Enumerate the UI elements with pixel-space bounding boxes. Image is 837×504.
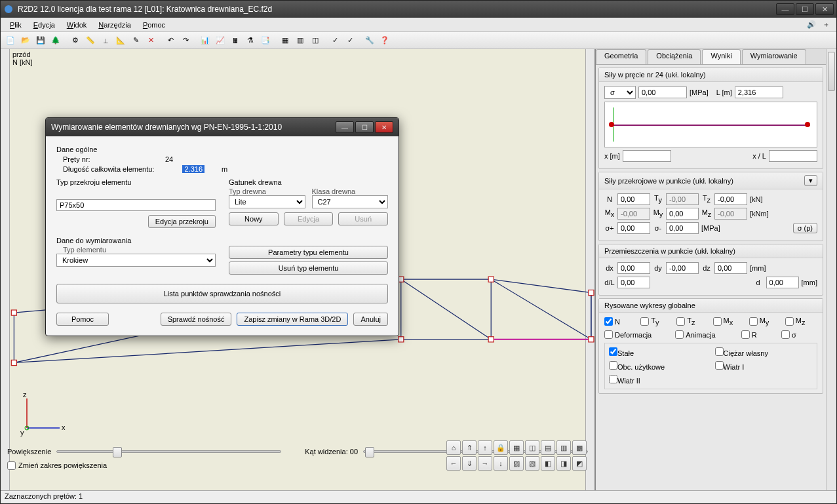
chk-wiatr2[interactable] <box>609 375 617 383</box>
edycja-przekroju-button[interactable]: Edycja przekroju <box>148 215 216 228</box>
xL-input[interactable] <box>769 150 817 162</box>
nav-v10-icon[interactable]: ◩ <box>572 456 587 471</box>
minimize-button[interactable]: — <box>776 3 794 15</box>
zoom-range-checkbox[interactable] <box>7 461 16 470</box>
menu-tool-sound-icon[interactable]: 🔊 <box>805 19 818 31</box>
section-expand-icon[interactable]: ▾ <box>804 175 817 186</box>
close-button[interactable]: ✕ <box>815 3 834 15</box>
tb-calc4-icon[interactable]: ⚗ <box>243 33 258 48</box>
przekroj-input[interactable] <box>56 199 216 211</box>
tb-calc1-icon[interactable]: 📊 <box>198 33 212 48</box>
pomoc-button[interactable]: Pomoc <box>56 313 109 326</box>
tb-check2-icon[interactable]: ✓ <box>343 33 357 48</box>
tb-grid-icon[interactable]: ▦ <box>278 33 292 48</box>
nav-down2-icon[interactable]: ⇓ <box>462 456 477 471</box>
tb-support-icon[interactable]: ⟂ <box>98 33 113 48</box>
chk-Mx[interactable] <box>713 317 722 326</box>
nav-right-icon[interactable]: → <box>478 456 492 471</box>
chk-anim[interactable] <box>675 330 684 339</box>
menu-widok[interactable]: Widok <box>62 20 92 30</box>
nav-v2-icon[interactable]: ◫ <box>525 440 539 455</box>
sigmap-input[interactable] <box>617 222 650 234</box>
tb-report-icon[interactable]: 📑 <box>258 33 273 48</box>
nav-v1-icon[interactable]: ▦ <box>509 440 524 455</box>
param-button[interactable]: Parametry typu elementu <box>229 246 388 259</box>
x-input[interactable] <box>623 150 671 162</box>
zapisz-button[interactable]: Zapisz zmiany w Rama 3D/2D <box>237 313 348 326</box>
tb-node-icon[interactable]: ⚙ <box>68 33 83 48</box>
nav-v4-icon[interactable]: ▥ <box>556 440 571 455</box>
N-input[interactable] <box>617 193 650 205</box>
chk-def[interactable] <box>604 330 613 339</box>
nav-v8-icon[interactable]: ◧ <box>541 456 555 471</box>
dz-input[interactable] <box>714 262 747 274</box>
dialog-close-icon[interactable]: ✕ <box>375 121 393 133</box>
menu-narzedzia[interactable]: Narzędzia <box>93 20 136 30</box>
tb-bar-icon[interactable]: 📏 <box>83 33 98 48</box>
tb-undo-icon[interactable]: ↶ <box>163 33 178 48</box>
panel-scrollbar[interactable] <box>826 49 836 490</box>
L-value-input[interactable] <box>735 87 783 98</box>
chk-sigma[interactable] <box>781 330 790 339</box>
My-input[interactable] <box>666 208 699 220</box>
nav-left-icon[interactable]: ← <box>446 456 461 471</box>
dx-input[interactable] <box>617 262 650 274</box>
klasa-select[interactable]: C27 <box>312 195 389 208</box>
chk-Mz[interactable] <box>785 317 794 326</box>
tb-new-icon[interactable]: 📄 <box>3 33 18 48</box>
chk-N[interactable] <box>604 317 613 326</box>
lista-button[interactable]: Lista punktów sprawdzania nośności <box>56 284 388 303</box>
sigma-value-input[interactable] <box>638 87 687 98</box>
tb-settings-icon[interactable]: 🔧 <box>362 33 377 48</box>
tb-calc3-icon[interactable]: 🖩 <box>228 33 243 48</box>
tb-check-icon[interactable]: ✓ <box>328 33 342 48</box>
sigma-p-button[interactable]: σ (p) <box>793 223 817 233</box>
tb-measure-icon[interactable]: 📐 <box>113 33 128 48</box>
tb-view1-icon[interactable]: ◫ <box>308 33 322 48</box>
d-input[interactable] <box>766 277 799 288</box>
tb-snap-icon[interactable]: ▥ <box>293 33 307 48</box>
nav-lock-icon[interactable]: 🔒 <box>494 440 508 455</box>
chk-R[interactable] <box>741 330 750 339</box>
sprawdz-button[interactable]: Sprawdź nośność <box>161 313 232 326</box>
chk-obc[interactable] <box>609 361 617 370</box>
maximize-button[interactable]: ☐ <box>796 3 814 15</box>
menu-edycja[interactable]: Edycja <box>28 20 60 30</box>
tb-tree-icon[interactable]: 🌲 <box>49 33 63 48</box>
tab-geometria[interactable]: Geometria <box>596 49 646 64</box>
tab-wyniki[interactable]: Wyniki <box>702 49 740 64</box>
zoom-slider[interactable] <box>56 450 281 453</box>
nav-v5-icon[interactable]: ▩ <box>572 440 587 455</box>
dialog-minimize-icon[interactable]: — <box>336 121 354 133</box>
sigma-select[interactable]: σ <box>604 86 636 99</box>
nav-v3-icon[interactable]: ▤ <box>541 440 555 455</box>
anuluj-button[interactable]: Anuluj <box>353 313 388 326</box>
menu-pomoc[interactable]: Pomoc <box>138 20 170 30</box>
chk-wiatr1[interactable] <box>715 361 724 370</box>
tb-open-icon[interactable]: 📂 <box>18 33 33 48</box>
tab-obciazenia[interactable]: Obciążenia <box>648 49 701 64</box>
chk-Ty[interactable] <box>640 317 649 326</box>
nowy-button[interactable]: Nowy <box>229 212 279 225</box>
tb-delete-icon[interactable]: ✕ <box>144 33 158 48</box>
nav-up-icon[interactable]: ↑ <box>478 440 492 455</box>
nav-v9-icon[interactable]: ◨ <box>556 456 571 471</box>
nav-v6-icon[interactable]: ▨ <box>509 456 524 471</box>
chk-ciezar[interactable] <box>715 347 724 356</box>
tb-edit-icon[interactable]: ✎ <box>128 33 143 48</box>
nav-v7-icon[interactable]: ▧ <box>525 456 539 471</box>
dy-input[interactable] <box>666 262 699 274</box>
chk-stale[interactable] <box>609 347 617 356</box>
usun-typ-button[interactable]: Usuń typ elementu <box>229 262 388 275</box>
dlugosc-value[interactable]: 2.316 <box>182 165 204 173</box>
dL-input[interactable] <box>617 277 650 288</box>
menu-tool-plus-icon[interactable]: ＋ <box>819 19 832 31</box>
tb-help-icon[interactable]: ❓ <box>378 33 392 48</box>
dialog-maximize-icon[interactable]: ☐ <box>355 121 374 133</box>
tb-redo-icon[interactable]: ↷ <box>178 33 193 48</box>
nav-down-icon[interactable]: ↓ <box>494 456 508 471</box>
typ-elem-select[interactable]: Krokiew <box>56 254 216 267</box>
Tz-input[interactable] <box>714 193 747 205</box>
menu-plik[interactable]: Plik <box>5 20 27 30</box>
tb-calc2-icon[interactable]: 📈 <box>213 33 227 48</box>
